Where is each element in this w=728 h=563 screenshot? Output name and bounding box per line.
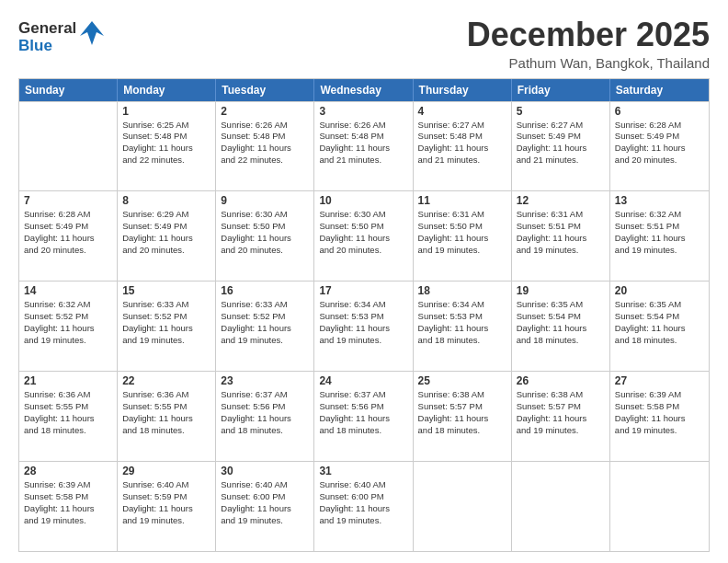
cell-line: and 19 minutes. <box>24 335 112 347</box>
cell-line: and 20 minutes. <box>24 245 112 257</box>
day-number: 20 <box>615 284 704 297</box>
cell-line: Sunset: 5:57 PM <box>517 401 605 413</box>
cal-header-day: Friday <box>512 79 610 101</box>
calendar-cell: 9Sunrise: 6:30 AMSunset: 5:50 PMDaylight… <box>216 191 314 281</box>
calendar-row: 7Sunrise: 6:28 AMSunset: 5:49 PMDaylight… <box>19 190 709 281</box>
calendar-cell <box>414 462 512 551</box>
cal-header-day: Monday <box>118 79 216 101</box>
cell-line: Daylight: 11 hours <box>24 503 112 515</box>
calendar-cell: 2Sunrise: 6:26 AMSunset: 5:48 PMDaylight… <box>216 102 314 191</box>
cell-line: Daylight: 11 hours <box>418 143 506 155</box>
cell-line: Daylight: 11 hours <box>319 503 407 515</box>
cell-line: and 20 minutes. <box>319 245 407 257</box>
cell-line: and 18 minutes. <box>517 335 605 347</box>
cell-line: Sunset: 5:53 PM <box>418 311 506 323</box>
calendar-cell: 19Sunrise: 6:35 AMSunset: 5:54 PMDayligh… <box>512 282 610 371</box>
cell-line: and 19 minutes. <box>221 515 309 527</box>
cell-line: Daylight: 11 hours <box>418 233 506 245</box>
calendar-cell: 14Sunrise: 6:32 AMSunset: 5:52 PMDayligh… <box>19 282 118 371</box>
calendar-row: 21Sunrise: 6:36 AMSunset: 5:55 PMDayligh… <box>19 371 709 461</box>
cell-line: and 19 minutes. <box>615 245 704 257</box>
calendar-cell: 18Sunrise: 6:34 AMSunset: 5:53 PMDayligh… <box>414 282 512 371</box>
cal-header-day: Sunday <box>19 79 118 101</box>
day-number: 23 <box>221 374 309 387</box>
calendar-cell <box>610 462 709 551</box>
cell-line: and 19 minutes. <box>319 515 407 527</box>
calendar-row: 28Sunrise: 6:39 AMSunset: 5:58 PMDayligh… <box>19 461 709 551</box>
calendar-cell: 7Sunrise: 6:28 AMSunset: 5:49 PMDaylight… <box>19 191 118 281</box>
cell-line: and 19 minutes. <box>221 335 309 347</box>
cell-line: Sunrise: 6:33 AM <box>221 299 309 311</box>
cell-line: Sunset: 5:57 PM <box>418 401 506 413</box>
calendar-cell: 16Sunrise: 6:33 AMSunset: 5:52 PMDayligh… <box>216 282 314 371</box>
cal-header-day: Thursday <box>414 79 512 101</box>
cell-line: Sunrise: 6:27 AM <box>517 120 605 132</box>
cell-line: and 19 minutes. <box>319 335 407 347</box>
day-number: 14 <box>24 284 112 297</box>
cell-line: and 19 minutes. <box>418 245 506 257</box>
cell-line: Daylight: 11 hours <box>517 143 605 155</box>
calendar-row: 14Sunrise: 6:32 AMSunset: 5:52 PMDayligh… <box>19 281 709 371</box>
cell-line: Sunset: 5:50 PM <box>418 221 506 233</box>
cell-line: Sunrise: 6:28 AM <box>24 209 112 221</box>
day-number: 13 <box>615 194 704 207</box>
cal-header-day: Tuesday <box>216 79 314 101</box>
cell-line: Sunrise: 6:33 AM <box>122 299 210 311</box>
cell-line: Sunset: 5:50 PM <box>221 221 309 233</box>
calendar-cell: 12Sunrise: 6:31 AMSunset: 5:51 PMDayligh… <box>512 191 610 281</box>
cell-line: and 19 minutes. <box>122 515 210 527</box>
cell-line: Sunrise: 6:31 AM <box>418 209 506 221</box>
cell-line: Daylight: 11 hours <box>418 323 506 335</box>
calendar-cell: 5Sunrise: 6:27 AMSunset: 5:49 PMDaylight… <box>512 102 610 191</box>
month-title: December 2025 <box>467 17 710 53</box>
day-number: 18 <box>418 284 506 297</box>
cell-line: Daylight: 11 hours <box>122 323 210 335</box>
cell-line: Daylight: 11 hours <box>221 143 309 155</box>
cell-line: and 21 minutes. <box>319 155 407 167</box>
day-number: 7 <box>24 194 112 207</box>
cell-line: and 19 minutes. <box>517 245 605 257</box>
calendar-cell: 29Sunrise: 6:40 AMSunset: 5:59 PMDayligh… <box>118 462 216 551</box>
cell-line: Sunset: 5:48 PM <box>122 131 210 143</box>
cell-line: Sunrise: 6:40 AM <box>319 479 407 491</box>
cell-line: Sunset: 6:00 PM <box>221 491 309 503</box>
cell-line: Sunrise: 6:40 AM <box>122 479 210 491</box>
cell-line: and 18 minutes. <box>319 425 407 437</box>
cell-line: Sunset: 5:49 PM <box>615 131 704 143</box>
cell-line: and 18 minutes. <box>418 425 506 437</box>
cell-line: Sunset: 5:49 PM <box>24 221 112 233</box>
cell-line: Sunset: 5:56 PM <box>319 401 407 413</box>
calendar-cell: 21Sunrise: 6:36 AMSunset: 5:55 PMDayligh… <box>19 372 118 461</box>
day-number: 19 <box>517 284 605 297</box>
cell-line: Sunset: 5:49 PM <box>122 221 210 233</box>
cell-line: Daylight: 11 hours <box>24 323 112 335</box>
cell-line: Sunset: 5:52 PM <box>24 311 112 323</box>
cell-line: and 20 minutes. <box>221 245 309 257</box>
day-number: 24 <box>319 374 407 387</box>
cell-line: Sunset: 5:55 PM <box>24 401 112 413</box>
day-number: 4 <box>418 105 506 118</box>
cell-line: Sunset: 5:48 PM <box>418 131 506 143</box>
calendar-cell: 22Sunrise: 6:36 AMSunset: 5:55 PMDayligh… <box>118 372 216 461</box>
cell-line: Sunset: 5:53 PM <box>319 311 407 323</box>
calendar-header: SundayMondayTuesdayWednesdayThursdayFrid… <box>19 79 709 101</box>
cell-line: Sunrise: 6:39 AM <box>615 389 704 401</box>
cell-line: and 20 minutes. <box>615 155 704 167</box>
cell-line: Sunrise: 6:30 AM <box>221 209 309 221</box>
page: General Blue December 2025 Pathum Wan, B… <box>0 0 728 563</box>
cell-line: and 19 minutes. <box>615 425 704 437</box>
logo-general: General <box>18 20 76 38</box>
calendar-cell: 23Sunrise: 6:37 AMSunset: 5:56 PMDayligh… <box>216 372 314 461</box>
calendar-cell: 1Sunrise: 6:25 AMSunset: 5:48 PMDaylight… <box>118 102 216 191</box>
calendar-row: 1Sunrise: 6:25 AMSunset: 5:48 PMDaylight… <box>19 101 709 191</box>
cell-line: Sunset: 5:51 PM <box>615 221 704 233</box>
cell-line: and 22 minutes. <box>221 155 309 167</box>
calendar-cell: 3Sunrise: 6:26 AMSunset: 5:48 PMDaylight… <box>314 102 413 191</box>
cell-line: Sunrise: 6:38 AM <box>418 389 506 401</box>
day-number: 15 <box>122 284 210 297</box>
location: Pathum Wan, Bangkok, Thailand <box>467 55 710 71</box>
cell-line: Daylight: 11 hours <box>24 413 112 425</box>
cell-line: and 18 minutes. <box>122 425 210 437</box>
calendar-cell <box>19 102 118 191</box>
cell-line: Sunset: 5:49 PM <box>517 131 605 143</box>
